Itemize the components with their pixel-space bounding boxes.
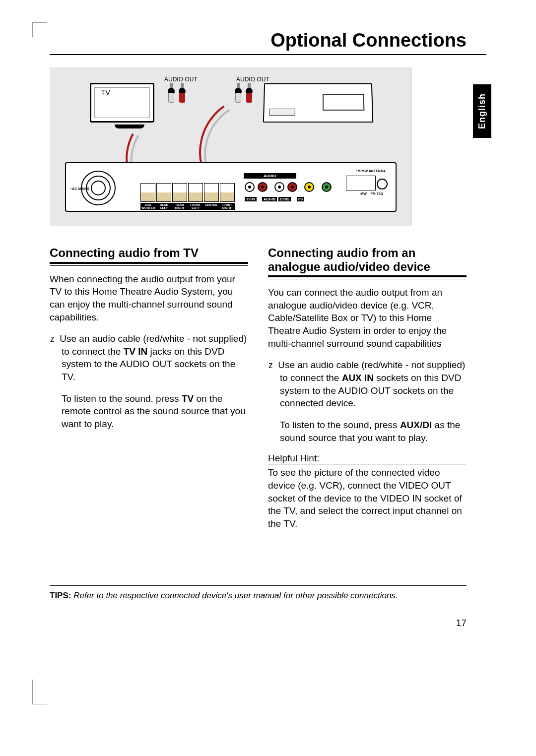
page-content: Optional Connections English TV AUDIO OU… xyxy=(50,30,486,530)
crop-mark-top-left xyxy=(32,22,47,37)
cvbs-jack xyxy=(304,182,314,192)
right-column: Connecting audio from an analogue audio/… xyxy=(268,246,467,530)
hint-heading: Helpful Hint: xyxy=(268,453,467,464)
right-bullet: zUse an audio cable (red/white - not sup… xyxy=(268,359,467,410)
audio-banner: AUDIO xyxy=(244,173,296,179)
ac-mains-label: ~AC MAINS xyxy=(70,187,89,190)
left-column: Connecting audio from TV When connecting… xyxy=(50,246,248,530)
content-columns: Connecting audio from TV When connecting… xyxy=(50,246,486,530)
audio-out-label-2: AUDIO OUT xyxy=(236,76,269,83)
antenna-title: FM/MW ANTENNA xyxy=(356,169,386,173)
aux-in-jacks xyxy=(274,182,297,192)
crop-mark-bottom-left xyxy=(32,680,47,704)
left-heading: Connecting audio from TV xyxy=(50,246,248,264)
speaker-terminal-block xyxy=(140,183,235,202)
left-p2: To listen to the sound, press TV on the … xyxy=(50,392,248,431)
language-tab: English xyxy=(473,84,491,138)
right-p2: To listen to the sound, press AUX/DI as … xyxy=(268,419,467,444)
antenna-connector-icon xyxy=(346,176,376,190)
page-title: Optional Connections xyxy=(50,30,486,55)
hint-body: To see the picture of the connected vide… xyxy=(268,466,467,530)
pb-jack xyxy=(322,182,332,192)
left-bullet: zUse an audio cable (red/white - not sup… xyxy=(50,332,248,383)
receiver-back-panel: ~AC MAINS SUB-WOOFER REAR LEFT REAR RIGH… xyxy=(65,162,397,212)
antenna-sublabels: MW FM 75Ω xyxy=(360,192,383,195)
tips-footer: TIPS: Refer to the respective connected … xyxy=(50,585,467,601)
left-p1: When connecting the audio output from yo… xyxy=(50,273,248,324)
connection-diagram: TV AUDIO OUT AUDIO OUT ~AC MAINS SUB-WOO… xyxy=(50,67,412,226)
speaker-labels: SUB-WOOFER REAR LEFT REAR RIGHT FRONT LE… xyxy=(140,203,235,210)
tv-in-jacks xyxy=(245,182,268,192)
right-p1: You can connect the audio output from an… xyxy=(268,286,467,350)
right-heading: Connecting audio from an analogue audio/… xyxy=(268,246,467,277)
page-number: 17 xyxy=(456,618,467,629)
audio-out-label-1: AUDIO OUT xyxy=(164,76,198,83)
tv-label: TV xyxy=(100,88,111,96)
